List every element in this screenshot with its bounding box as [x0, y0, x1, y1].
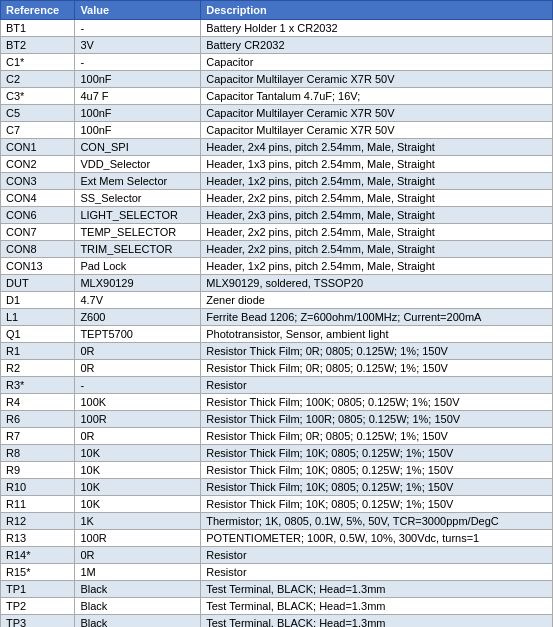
cell-value: 4.7V	[75, 292, 201, 309]
table-row: TP1BlackTest Terminal, BLACK; Head=1.3mm	[1, 581, 553, 598]
cell-value: 100nF	[75, 122, 201, 139]
cell-description: Battery Holder 1 x CR2032	[201, 20, 553, 37]
cell-reference: BT2	[1, 37, 75, 54]
cell-description: Capacitor Multilayer Ceramic X7R 50V	[201, 71, 553, 88]
table-row: R1010KResistor Thick Film; 10K; 0805; 0.…	[1, 479, 553, 496]
cell-description: Resistor	[201, 547, 553, 564]
cell-value: -	[75, 377, 201, 394]
cell-reference: CON2	[1, 156, 75, 173]
table-row: R14*0RResistor	[1, 547, 553, 564]
cell-reference: R10	[1, 479, 75, 496]
cell-description: Resistor Thick Film; 10K; 0805; 0.125W; …	[201, 445, 553, 462]
cell-reference: D1	[1, 292, 75, 309]
cell-value: 10K	[75, 479, 201, 496]
table-row: R910KResistor Thick Film; 10K; 0805; 0.1…	[1, 462, 553, 479]
table-row: C5100nFCapacitor Multilayer Ceramic X7R …	[1, 105, 553, 122]
cell-reference: CON13	[1, 258, 75, 275]
cell-reference: Q1	[1, 326, 75, 343]
table-row: R13100RPOTENTIOMETER; 100R, 0.5W, 10%, 3…	[1, 530, 553, 547]
cell-value: TEPT5700	[75, 326, 201, 343]
cell-reference: CON1	[1, 139, 75, 156]
cell-description: Resistor Thick Film; 100K; 0805; 0.125W;…	[201, 394, 553, 411]
cell-description: Resistor Thick Film; 10K; 0805; 0.125W; …	[201, 479, 553, 496]
cell-value: 0R	[75, 547, 201, 564]
cell-reference: TP3	[1, 615, 75, 628]
col-header-reference: Reference	[1, 1, 75, 20]
table-row: R15*1MResistor	[1, 564, 553, 581]
table-row: CON4SS_SelectorHeader, 2x2 pins, pitch 2…	[1, 190, 553, 207]
cell-description: Test Terminal, BLACK; Head=1.3mm	[201, 615, 553, 628]
cell-value: 0R	[75, 360, 201, 377]
cell-value: 0R	[75, 343, 201, 360]
table-row: R810KResistor Thick Film; 10K; 0805; 0.1…	[1, 445, 553, 462]
table-row: Q1TEPT5700Phototransistor, Sensor, ambie…	[1, 326, 553, 343]
cell-reference: CON8	[1, 241, 75, 258]
table-row: C7100nFCapacitor Multilayer Ceramic X7R …	[1, 122, 553, 139]
table-row: R20RResistor Thick Film; 0R; 0805; 0.125…	[1, 360, 553, 377]
cell-value: Black	[75, 598, 201, 615]
cell-value: 100R	[75, 411, 201, 428]
cell-description: Resistor Thick Film; 0R; 0805; 0.125W; 1…	[201, 343, 553, 360]
table-row: R6100RResistor Thick Film; 100R; 0805; 0…	[1, 411, 553, 428]
cell-value: Z600	[75, 309, 201, 326]
cell-description: Test Terminal, BLACK; Head=1.3mm	[201, 598, 553, 615]
cell-value: 10K	[75, 445, 201, 462]
cell-value: VDD_Selector	[75, 156, 201, 173]
cell-description: Resistor Thick Film; 0R; 0805; 0.125W; 1…	[201, 428, 553, 445]
table-row: CON8TRIM_SELECTORHeader, 2x2 pins, pitch…	[1, 241, 553, 258]
cell-reference: DUT	[1, 275, 75, 292]
cell-value: Black	[75, 615, 201, 628]
cell-reference: C3*	[1, 88, 75, 105]
table-row: CON6LIGHT_SELECTORHeader, 2x3 pins, pitc…	[1, 207, 553, 224]
cell-value: -	[75, 54, 201, 71]
table-row: C1*-Capacitor	[1, 54, 553, 71]
cell-description: Header, 1x2 pins, pitch 2.54mm, Male, St…	[201, 173, 553, 190]
cell-reference: C2	[1, 71, 75, 88]
cell-reference: R14*	[1, 547, 75, 564]
cell-value: 100nF	[75, 71, 201, 88]
table-row: CON7TEMP_SELECTORHeader, 2x2 pins, pitch…	[1, 224, 553, 241]
cell-description: Header, 2x4 pins, pitch 2.54mm, Male, St…	[201, 139, 553, 156]
cell-reference: R8	[1, 445, 75, 462]
table-row: R1110KResistor Thick Film; 10K; 0805; 0.…	[1, 496, 553, 513]
cell-value: MLX90129	[75, 275, 201, 292]
cell-reference: R1	[1, 343, 75, 360]
cell-reference: BT1	[1, 20, 75, 37]
table-row: C2100nFCapacitor Multilayer Ceramic X7R …	[1, 71, 553, 88]
cell-description: Resistor	[201, 377, 553, 394]
cell-value: Ext Mem Selector	[75, 173, 201, 190]
cell-value: -	[75, 20, 201, 37]
cell-value: TRIM_SELECTOR	[75, 241, 201, 258]
table-row: R3*-Resistor	[1, 377, 553, 394]
cell-reference: CON4	[1, 190, 75, 207]
cell-reference: C1*	[1, 54, 75, 71]
table-row: R70RResistor Thick Film; 0R; 0805; 0.125…	[1, 428, 553, 445]
cell-description: Resistor Thick Film; 100R; 0805; 0.125W;…	[201, 411, 553, 428]
cell-description: Resistor Thick Film; 0R; 0805; 0.125W; 1…	[201, 360, 553, 377]
cell-description: MLX90129, soldered, TSSOP20	[201, 275, 553, 292]
table-row: CON1CON_SPIHeader, 2x4 pins, pitch 2.54m…	[1, 139, 553, 156]
cell-value: 10K	[75, 462, 201, 479]
cell-reference: R7	[1, 428, 75, 445]
table-row: R121KThermistor; 1K, 0805, 0.1W, 5%, 50V…	[1, 513, 553, 530]
cell-description: Resistor	[201, 564, 553, 581]
table-row: TP2BlackTest Terminal, BLACK; Head=1.3mm	[1, 598, 553, 615]
cell-description: Header, 1x3 pins, pitch 2.54mm, Male, St…	[201, 156, 553, 173]
cell-description: Capacitor Multilayer Ceramic X7R 50V	[201, 105, 553, 122]
cell-reference: R13	[1, 530, 75, 547]
cell-description: Header, 1x2 pins, pitch 2.54mm, Male, St…	[201, 258, 553, 275]
cell-description: Zener diode	[201, 292, 553, 309]
cell-reference: R15*	[1, 564, 75, 581]
cell-value: TEMP_SELECTOR	[75, 224, 201, 241]
cell-value: CON_SPI	[75, 139, 201, 156]
components-table: Reference Value Description BT1-Battery …	[0, 0, 553, 627]
cell-value: 3V	[75, 37, 201, 54]
table-row: C3*4u7 FCapacitor Tantalum 4.7uF; 16V;	[1, 88, 553, 105]
cell-value: 100R	[75, 530, 201, 547]
cell-description: Header, 2x2 pins, pitch 2.54mm, Male, St…	[201, 241, 553, 258]
cell-description: Ferrite Bead 1206; Z=600ohm/100MHz; Curr…	[201, 309, 553, 326]
table-row: DUTMLX90129MLX90129, soldered, TSSOP20	[1, 275, 553, 292]
cell-reference: C5	[1, 105, 75, 122]
cell-value: 100nF	[75, 105, 201, 122]
cell-description: Capacitor Tantalum 4.7uF; 16V;	[201, 88, 553, 105]
